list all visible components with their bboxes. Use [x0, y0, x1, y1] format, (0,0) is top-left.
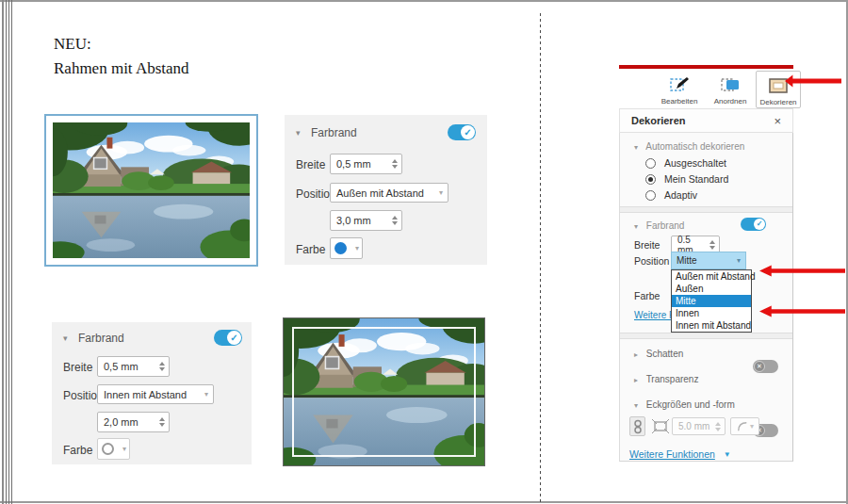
corner-shape-select[interactable]: ▾: [730, 417, 759, 435]
spinner-arrows[interactable]: [388, 159, 398, 169]
farbrand-section-header[interactable]: ▾ Farbrand: [634, 220, 684, 231]
radio-icon: [645, 158, 656, 169]
dropdown-item[interactable]: Außen mit Abstand: [672, 270, 751, 283]
spinner-arrows[interactable]: [155, 417, 165, 427]
farbrand-panel-title: Farbrand: [78, 332, 124, 345]
toggle-check-icon: ✓: [754, 219, 765, 230]
callout-arrow-innen-mit-abstand: [759, 305, 845, 317]
weitere-funktionen-row[interactable]: Weitere Funktionen ▼: [629, 448, 731, 460]
chevron-down-icon: ▾: [737, 256, 741, 265]
radio-ausgeschaltet[interactable]: Ausgeschaltet: [645, 157, 726, 169]
dropdown-item[interactable]: Außen: [672, 283, 751, 295]
caret-down-icon: ▾: [634, 143, 638, 152]
chevron-down-icon: ▾: [122, 445, 126, 453]
caret-right-icon: ▸: [634, 350, 638, 359]
rounded-corner-icon: [737, 421, 748, 432]
abstand-value: 3,0 mm: [336, 215, 371, 226]
farbrand-toggle[interactable]: ✓: [448, 124, 476, 140]
corner-size-input[interactable]: 5.0 mm: [672, 417, 726, 435]
position-label: Position: [634, 255, 669, 267]
farbe-label: Farbe: [296, 243, 325, 256]
farbe-label: Farbe: [63, 444, 92, 457]
tab-label: Dekorieren: [759, 98, 796, 106]
section-label: Farbrand: [646, 220, 685, 231]
farbrand-toggle[interactable]: ✓: [214, 330, 242, 346]
page-stack-line: [8, 0, 9, 504]
schatten-toggle[interactable]: ✕: [753, 360, 778, 373]
spinner-arrows[interactable]: [155, 362, 165, 371]
breite-input[interactable]: 0,5 mm: [97, 356, 170, 377]
dropdown-item[interactable]: Innen mit Abstand: [672, 319, 751, 332]
farbe-picker[interactable]: ▾: [330, 237, 363, 259]
position-select[interactable]: Außen mit Abstand ▾: [330, 183, 448, 203]
position-select[interactable]: Innen mit Abstand ▾: [97, 384, 214, 404]
page-stack-line: [11, 0, 12, 504]
edit-pencil-icon: [669, 76, 690, 93]
callout-arrow-dekorieren-tab: [785, 74, 841, 88]
breite-label: Breite: [63, 361, 92, 374]
chain-link-icon: [633, 419, 643, 434]
chevron-down-icon: ▾: [204, 390, 208, 398]
breite-label: Breite: [634, 239, 660, 251]
abstand-input[interactable]: 3,0 mm: [330, 210, 402, 231]
caret-down-icon: ▾: [634, 222, 638, 231]
farbrand-panel-inner: ▾ Farbrand ✓ Breite 0,5 mm Position Inne…: [52, 322, 252, 464]
caret-right-icon: ▸: [634, 376, 638, 384]
close-icon[interactable]: ×: [774, 115, 781, 127]
title-line-2: Rahmen mit Abstand: [54, 57, 189, 81]
radio-icon: [645, 190, 656, 201]
eckgroessen-section-header[interactable]: ▾ Eckgrößen und -form: [634, 399, 735, 410]
dropdown-item[interactable]: Innen: [672, 307, 751, 319]
callout-arrow-aussen-mit-abstand: [759, 265, 845, 277]
radio-adaptiv[interactable]: Adaptiv: [645, 189, 697, 201]
pond-house-photo: [284, 318, 484, 465]
radio-mein-standard[interactable]: Mein Standard: [645, 173, 728, 185]
farbrand-panel-title: Farbrand: [311, 126, 357, 139]
collapse-caret-icon[interactable]: ▾: [63, 333, 68, 343]
farbrand-toggle[interactable]: ✓: [741, 218, 766, 231]
page-stack-line: [2, 0, 4, 504]
toggle-check-icon: ✓: [227, 331, 241, 345]
color-swatch-none: [102, 443, 114, 455]
corner-size-value: 5.0 mm: [678, 421, 709, 431]
corner-frame-icon: [652, 419, 669, 433]
caret-down-solid-icon: ▼: [724, 450, 731, 459]
breite-label: Breite: [296, 158, 325, 171]
sidebar-title: Dekorieren: [631, 115, 685, 126]
abstand-input[interactable]: 2,0 mm: [97, 412, 170, 432]
photo-inner-frame-example: [283, 317, 485, 466]
link-corners-button[interactable]: [629, 416, 645, 436]
radio-label: Adaptiv: [664, 189, 697, 201]
transparenz-section-header[interactable]: ▸ Transparenz: [634, 374, 698, 384]
abstand-value: 2,0 mm: [104, 416, 139, 428]
dekorieren-sidebar: Bearbeiten Anordnen Dekorieren Dekoriere…: [619, 62, 793, 494]
toggle-check-icon: ✓: [461, 125, 475, 139]
chevron-down-icon: ▾: [355, 244, 359, 252]
tab-label: Bearbeiten: [661, 97, 698, 106]
tab-bearbeiten[interactable]: Bearbeiten: [657, 71, 702, 108]
photo-outer-frame-example: [44, 114, 258, 267]
collapse-caret-icon[interactable]: ▾: [296, 128, 301, 138]
position-dropdown-list: Außen mit Abstand Außen Mitte Innen Inne…: [671, 269, 752, 333]
breite-input[interactable]: 0,5 mm: [330, 154, 402, 174]
title-line-1: NEU:: [54, 32, 189, 57]
position-select-open[interactable]: Mitte ▾: [671, 252, 746, 269]
dropdown-item-selected[interactable]: Mitte: [672, 295, 751, 307]
radio-label: Ausgeschaltet: [664, 157, 726, 169]
position-value: Außen mit Abstand: [336, 187, 424, 199]
tab-anordnen[interactable]: Anordnen: [708, 71, 753, 108]
auto-decorate-section-header[interactable]: ▾ Automatisch dekorieren: [634, 141, 744, 152]
sidebar-header: Dekorieren ×: [619, 108, 793, 133]
weitere-funktionen-link[interactable]: Weitere Funktionen: [629, 448, 715, 460]
section-label: Eckgrößen und -form: [646, 399, 735, 410]
page-stack-line: [6, 0, 7, 504]
farbe-picker[interactable]: ▾: [97, 438, 130, 460]
section-label: Transparenz: [646, 374, 699, 384]
schatten-section-header[interactable]: ▸ Schatten: [634, 349, 683, 359]
spinner-arrows[interactable]: [706, 240, 715, 250]
spinner-arrows[interactable]: [711, 422, 721, 431]
page-edge-top: [0, 0, 848, 2]
spinner-arrows[interactable]: [388, 216, 398, 225]
farbe-label: Farbe: [634, 290, 660, 301]
sidebar-tabstrip: Bearbeiten Anordnen Dekorieren: [619, 69, 793, 108]
